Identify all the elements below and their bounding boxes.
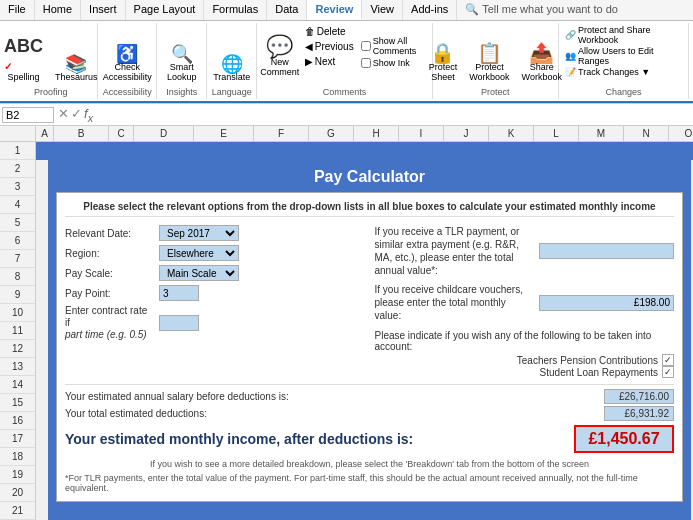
tab-pagelayout[interactable]: Page Layout: [126, 0, 205, 20]
pay-scale-select[interactable]: Main Scale: [159, 265, 239, 281]
confirm-formula-icon[interactable]: ✓: [71, 106, 82, 124]
tab-view[interactable]: View: [362, 0, 403, 20]
calculator-footnote: *For TLR payments, enter the total value…: [65, 473, 674, 493]
student-loan-row: Student Loan Repayments ✓: [375, 366, 675, 378]
track-changes-item[interactable]: 📝 Track Changes ▼: [565, 67, 650, 77]
tab-review[interactable]: Review: [307, 0, 362, 20]
teachers-pension-checkbox[interactable]: ✓: [662, 354, 674, 366]
calculator-instruction: Please select the relevant options from …: [65, 201, 674, 217]
teachers-pension-label: Teachers Pension Contributions: [517, 355, 658, 366]
search-icon: 🔍: [465, 3, 479, 15]
accessibility-icon: ♿: [116, 45, 138, 63]
row-num-6: 6: [0, 232, 35, 250]
protect-workbook-label: ProtectWorkbook: [469, 63, 509, 83]
contract-rate-label: Enter contract rate if part time (e.g. 0…: [65, 305, 155, 341]
tab-tellme[interactable]: 🔍 Tell me what you want to do: [457, 0, 693, 20]
changes-group-label: Changes: [605, 87, 641, 97]
ribbon-group-insights: 🔍 SmartLookup Insights: [157, 23, 207, 99]
formula-input[interactable]: [97, 109, 691, 121]
insights-group-label: Insights: [166, 87, 197, 97]
new-comment-label: NewComment: [260, 58, 299, 78]
calculator-container: Pay Calculator Please select the relevan…: [48, 160, 691, 520]
col-header-f: F: [254, 126, 309, 141]
ribbon-group-changes: 🔗 Protect and Share Workbook 👥 Allow Use…: [559, 23, 689, 99]
relevant-date-select[interactable]: Sep 2017: [159, 225, 239, 241]
select-all-corner[interactable]: [0, 126, 36, 141]
deductions-value: £6,931.92: [604, 406, 674, 421]
tlr-input[interactable]: [539, 243, 674, 259]
row-num-16: 16: [0, 412, 35, 430]
contract-rate-input[interactable]: [159, 315, 199, 331]
col-header-h: H: [354, 126, 399, 141]
translate-button[interactable]: 🌐 Translate: [209, 53, 254, 85]
pay-point-input[interactable]: [159, 285, 199, 301]
tab-data[interactable]: Data: [267, 0, 307, 20]
check-accessibility-button[interactable]: ♿ CheckAccessibility: [99, 43, 156, 85]
track-changes-label: Track Changes ▼: [578, 67, 650, 77]
next-comment-button[interactable]: ▶ Next: [302, 55, 357, 68]
show-all-comments-checkbox[interactable]: [361, 41, 371, 51]
allow-users-item[interactable]: 👥 Allow Users to Edit Ranges: [565, 46, 682, 66]
tab-addins[interactable]: Add-ins: [403, 0, 457, 20]
region-select[interactable]: Elsewhere: [159, 245, 239, 261]
translate-icon: 🌐: [221, 55, 243, 73]
previous-comment-button[interactable]: ◀ Previous: [302, 40, 357, 53]
tab-file[interactable]: File: [0, 0, 35, 20]
calculator-title: Pay Calculator: [50, 162, 689, 192]
teachers-pension-row: Teachers Pension Contributions ✓: [375, 354, 675, 366]
formula-bar: B2 ✕ ✓ fx: [0, 104, 693, 126]
consider-label: Please indicate if you wish any of the f…: [375, 330, 675, 352]
protect-sheet-button[interactable]: 🔒 ProtectSheet: [425, 41, 462, 85]
cell-reference-input[interactable]: B2: [2, 107, 54, 123]
delete-comment-button[interactable]: 🗑 Delete: [302, 25, 357, 38]
next-icon: ▶: [305, 56, 313, 67]
proofing-group-label: Proofing: [34, 87, 68, 97]
region-label: Region:: [65, 248, 155, 259]
smart-lookup-button[interactable]: 🔍 SmartLookup: [163, 43, 201, 85]
protect-share-icon: 🔗: [565, 30, 576, 40]
track-changes-icon: 📝: [565, 67, 576, 77]
comments-group-label: Comments: [323, 87, 367, 97]
tab-formulas[interactable]: Formulas: [204, 0, 267, 20]
thesaurus-button[interactable]: 📚 Thesaurus: [51, 53, 102, 85]
ribbon-group-language: 🌐 Translate Language: [207, 23, 257, 99]
smart-lookup-label: SmartLookup: [167, 63, 197, 83]
delete-icon: 🗑: [305, 26, 315, 37]
row-num-10: 10: [0, 304, 35, 322]
protect-share-workbook-item[interactable]: 🔗 Protect and Share Workbook: [565, 25, 682, 45]
cancel-formula-icon[interactable]: ✕: [58, 106, 69, 124]
protect-workbook-button[interactable]: 📋 ProtectWorkbook: [465, 41, 513, 85]
show-ink-checkbox[interactable]: [361, 58, 371, 68]
show-all-comments-label: Show All Comments: [373, 36, 428, 56]
col-header-l: L: [534, 126, 579, 141]
new-comment-button[interactable]: 💬 NewComment: [262, 34, 298, 80]
col-header-k: K: [489, 126, 534, 141]
previous-label: Previous: [315, 41, 354, 52]
calculator-left-fields: Relevant Date: Sep 2017 Region: Elsewher…: [65, 225, 365, 378]
col-header-g: G: [309, 126, 354, 141]
row-num-18: 18: [0, 448, 35, 466]
accessibility-group-label: Accessibility: [103, 87, 152, 97]
protect-sheet-icon: 🔒: [430, 43, 455, 63]
calculator-body: Please select the relevant options from …: [56, 192, 683, 502]
row-num-13: 13: [0, 358, 35, 376]
row-num-12: 12: [0, 340, 35, 358]
delete-label: Delete: [317, 26, 346, 37]
calculator-right-fields: If you receive a TLR payment, or similar…: [375, 225, 675, 378]
col-header-d: D: [134, 126, 194, 141]
insert-function-icon[interactable]: fx: [84, 106, 93, 124]
row-num-15: 15: [0, 394, 35, 412]
childcare-input[interactable]: [539, 295, 674, 311]
row-num-20: 20: [0, 484, 35, 502]
allow-users-label: Allow Users to Edit Ranges: [578, 46, 682, 66]
tab-home[interactable]: Home: [35, 0, 81, 20]
row-num-17: 17: [0, 430, 35, 448]
student-loan-checkbox[interactable]: ✓: [662, 366, 674, 378]
calculator-footer: If you wish to see a more detailed break…: [65, 459, 674, 469]
ribbon-group-accessibility: ♿ CheckAccessibility Accessibility: [98, 23, 157, 99]
tlr-description: If you receive a TLR payment, or similar…: [375, 225, 534, 277]
tab-insert[interactable]: Insert: [81, 0, 126, 20]
title-row-bg: [36, 142, 693, 160]
row-num-7: 7: [0, 250, 35, 268]
spelling-button[interactable]: ABC✓ Spelling: [0, 35, 47, 85]
